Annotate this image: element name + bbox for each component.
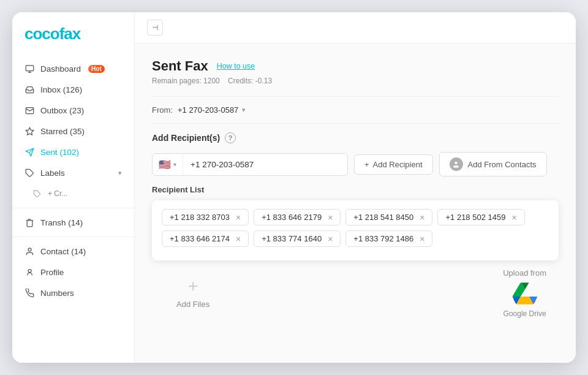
recipient-tag-number-3: +1 218 502 1459 bbox=[445, 213, 505, 222]
sidebar-label-labels: Labels bbox=[40, 169, 65, 178]
from-row: From: +1 270-203-0587 ▾ bbox=[152, 105, 559, 115]
add-recipient-plus: + bbox=[364, 160, 369, 169]
sidebar-item-contact[interactable]: Contact (14) bbox=[12, 241, 134, 262]
recipients-label: Add Recipient(s) ? bbox=[152, 132, 559, 143]
monitor-icon bbox=[24, 64, 34, 74]
add-from-contacts-button[interactable]: Add From Contacts bbox=[439, 152, 547, 176]
svg-marker-4 bbox=[26, 127, 34, 135]
recipient-tag-number-5: +1 833 774 1640 bbox=[262, 234, 322, 243]
add-files-plus-icon: + bbox=[188, 278, 198, 295]
add-recipient-button[interactable]: + Add Recipient bbox=[354, 154, 433, 175]
sidebar-item-labels[interactable]: Labels ▾ bbox=[12, 162, 134, 183]
phone-input[interactable] bbox=[183, 155, 347, 174]
sidebar-label-dashboard: Dashboard bbox=[40, 64, 81, 74]
sidebar-item-outbox[interactable]: Outbox (23) bbox=[12, 100, 134, 121]
recipient-tag-4: +1 833 646 2174 × bbox=[162, 230, 249, 247]
recipient-tags-row-2: +1 833 646 2174 × +1 833 774 1640 × +1 8… bbox=[162, 230, 549, 247]
from-number-select[interactable]: +1 270-203-0587 ▾ bbox=[178, 105, 246, 115]
recipient-tag-remove-0[interactable]: × bbox=[236, 213, 241, 222]
sidebar-label-outbox: Outbox (23) bbox=[40, 106, 84, 115]
recipient-tag-6: +1 833 792 1486 × bbox=[345, 230, 432, 247]
credits-value: -0.13 bbox=[255, 77, 272, 85]
recipient-tag-remove-1[interactable]: × bbox=[328, 213, 333, 222]
app-container: cocofax Dashboard Hot Inbox (126) Outbox… bbox=[12, 12, 576, 363]
svg-point-9 bbox=[28, 269, 31, 272]
from-number-chevron: ▾ bbox=[242, 106, 246, 114]
sidebar-item-inbox[interactable]: Inbox (126) bbox=[12, 79, 134, 100]
profile-icon bbox=[24, 267, 34, 277]
add-recipient-label: Add Recipient bbox=[373, 160, 423, 169]
star-icon bbox=[24, 126, 34, 136]
sidebar-item-profile[interactable]: Profile bbox=[12, 262, 134, 282]
sidebar: cocofax Dashboard Hot Inbox (126) Outbox… bbox=[12, 12, 135, 363]
sidebar-item-trash[interactable]: Transh (14) bbox=[12, 212, 134, 233]
recipient-tag-remove-5[interactable]: × bbox=[328, 235, 333, 243]
logo-text: cocofax bbox=[24, 25, 80, 43]
recipient-tag-remove-3[interactable]: × bbox=[511, 213, 516, 222]
phone-input-wrapper: 🇺🇸 ▾ bbox=[152, 153, 348, 176]
svg-rect-0 bbox=[26, 65, 34, 70]
inbox-icon bbox=[24, 85, 34, 94]
main-content: ⊣ Sent Fax How to use Remain pages: 1200… bbox=[135, 12, 576, 363]
contact-avatar-icon bbox=[450, 157, 463, 171]
add-files-area[interactable]: + Add Files bbox=[152, 265, 234, 321]
how-to-use-link[interactable]: How to use bbox=[217, 62, 255, 70]
recipient-tag-3: +1 218 502 1459 × bbox=[437, 209, 524, 225]
flag-emoji: 🇺🇸 bbox=[159, 159, 171, 170]
recipient-tags-container: +1 218 332 8703 × +1 833 646 2179 × +1 2… bbox=[152, 200, 559, 260]
tag2-icon bbox=[32, 189, 42, 199]
page-title: Sent Fax bbox=[152, 58, 208, 74]
sidebar-label-numbers: Numbers bbox=[40, 289, 74, 298]
add-from-contacts-label: Add From Contacts bbox=[468, 160, 537, 169]
upload-from-label: Upload from bbox=[503, 268, 546, 278]
page-header: Sent Fax How to use bbox=[152, 58, 559, 74]
sidebar-item-import[interactable]: + Cr... bbox=[12, 183, 134, 204]
sidebar-label-contact: Contact (14) bbox=[40, 247, 86, 256]
trash-icon bbox=[24, 218, 34, 227]
collapse-sidebar-button[interactable]: ⊣ bbox=[147, 20, 163, 36]
recipient-tag-2: +1 218 541 8450 × bbox=[345, 209, 432, 225]
add-files-label: Add Files bbox=[176, 300, 209, 309]
recipient-tag-number-4: +1 833 646 2174 bbox=[170, 234, 230, 243]
remain-pages-value: 1200 bbox=[203, 77, 220, 85]
recipient-tag-5: +1 833 774 1640 × bbox=[254, 230, 341, 247]
recipient-tag-number-2: +1 218 541 8450 bbox=[353, 213, 413, 222]
recipient-tag-remove-2[interactable]: × bbox=[420, 213, 424, 222]
sidebar-item-sent[interactable]: Sent (102) bbox=[12, 142, 134, 162]
recipient-tag-0: +1 218 332 8703 × bbox=[162, 209, 249, 225]
send-icon bbox=[24, 147, 34, 157]
logo: cocofax bbox=[12, 25, 134, 58]
recipient-input-row: 🇺🇸 ▾ + Add Recipient Add From Contacts bbox=[152, 152, 559, 176]
flag-chevron: ▾ bbox=[173, 161, 176, 168]
sidebar-item-dashboard[interactable]: Dashboard Hot bbox=[12, 58, 134, 79]
sidebar-label-trash: Transh (14) bbox=[40, 218, 83, 227]
nav-divider-2 bbox=[12, 237, 134, 237]
flag-selector[interactable]: 🇺🇸 ▾ bbox=[153, 154, 183, 175]
sidebar-item-starred[interactable]: Starred (35) bbox=[12, 121, 134, 142]
help-icon[interactable]: ? bbox=[225, 132, 236, 143]
recipient-tag-remove-4[interactable]: × bbox=[236, 235, 241, 243]
from-label: From: bbox=[152, 105, 173, 115]
remain-pages-label: Remain pages: bbox=[152, 77, 202, 85]
chevron-down-icon: ▾ bbox=[118, 169, 122, 177]
section-divider-1 bbox=[152, 96, 559, 97]
sidebar-label-inbox: Inbox (126) bbox=[40, 85, 82, 94]
recipient-tag-number-0: +1 218 332 8703 bbox=[170, 213, 230, 222]
google-drive-label: Google Drive bbox=[503, 309, 546, 318]
content-area: Sent Fax How to use Remain pages: 1200 C… bbox=[135, 44, 576, 363]
page-meta: Remain pages: 1200 Credits: -0.13 bbox=[152, 77, 559, 85]
sidebar-label-sent: Sent (102) bbox=[40, 148, 79, 157]
sidebar-label-profile: Profile bbox=[40, 268, 64, 277]
recipient-tag-number-6: +1 833 792 1486 bbox=[353, 234, 413, 243]
recipient-tag-remove-6[interactable]: × bbox=[420, 235, 424, 243]
svg-point-8 bbox=[28, 248, 31, 251]
top-bar: ⊣ bbox=[135, 12, 576, 44]
tag-icon bbox=[24, 168, 34, 178]
from-number-value: +1 270-203-0587 bbox=[178, 105, 238, 115]
collapse-icon: ⊣ bbox=[152, 23, 158, 32]
hot-badge: Hot bbox=[88, 65, 105, 73]
add-recipients-text: Add Recipient(s) bbox=[152, 133, 220, 143]
upload-from-google-drive[interactable]: Upload from Google Drive bbox=[491, 262, 559, 324]
recipient-tag-1: +1 833 646 2179 × bbox=[254, 209, 341, 225]
sidebar-item-numbers[interactable]: Numbers bbox=[12, 282, 134, 303]
